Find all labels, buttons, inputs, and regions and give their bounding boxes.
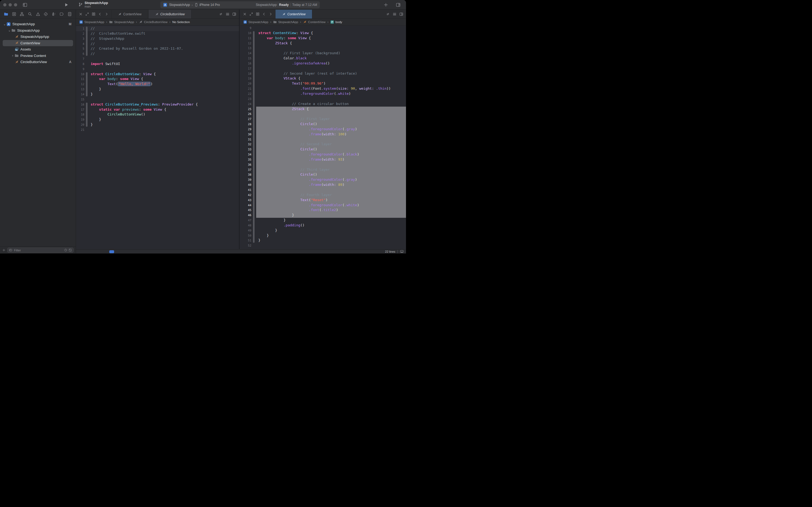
code-line[interactable]: 23 xyxy=(240,97,406,102)
code-line[interactable]: 26 xyxy=(240,111,406,117)
code-text[interactable]: // Fourth layer xyxy=(256,192,406,198)
sidebar-item-stopwatchapp[interactable]: ⌄StopwatchApp xyxy=(3,27,73,34)
plus-minus-icon[interactable] xyxy=(68,248,72,252)
expand-icon[interactable] xyxy=(249,12,253,16)
line-number[interactable]: 41 xyxy=(240,187,251,192)
line-number[interactable]: 25 xyxy=(240,107,251,112)
code-text[interactable]: .frame(width: 100) xyxy=(256,132,406,137)
sidebar-item-contentview[interactable]: ContentView xyxy=(3,40,73,47)
code-line[interactable]: 13 } xyxy=(76,87,239,92)
line-number[interactable]: 9 xyxy=(76,67,84,72)
code-line[interactable]: 10struct ContentView: View { xyxy=(240,31,406,36)
code-text[interactable] xyxy=(256,25,406,31)
code-line[interactable]: 12 Text("Hello, World!") xyxy=(76,81,239,87)
code-text[interactable]: // xyxy=(89,41,239,47)
line-number[interactable]: 7 xyxy=(76,56,84,61)
forward-icon[interactable] xyxy=(269,12,273,16)
code-line[interactable]: 19 } xyxy=(76,117,239,122)
sidebar-item-assets[interactable]: Assets xyxy=(3,46,73,53)
code-line[interactable]: 7 xyxy=(76,56,239,61)
line-number[interactable]: 46 xyxy=(240,213,251,218)
tab-circlebuttonview[interactable]: CircleButtonView xyxy=(148,10,191,18)
line-number[interactable]: 45 xyxy=(240,208,251,213)
code-text[interactable]: // Created by Russell Gordon on 2022-11-… xyxy=(89,46,239,51)
code-text[interactable]: } xyxy=(89,87,239,92)
code-line[interactable]: 9 xyxy=(240,25,406,31)
code-text[interactable]: .foregroundColor(.gray) xyxy=(256,177,406,182)
editor-grid-icon[interactable] xyxy=(92,12,96,16)
line-number[interactable]: 12 xyxy=(76,81,84,87)
code-line[interactable]: 40 .frame(width: 89) xyxy=(240,182,406,187)
breadcrumb-item[interactable]: CircleButtonView xyxy=(144,20,167,23)
line-number[interactable]: 50 xyxy=(240,233,251,238)
clock-icon[interactable] xyxy=(64,248,67,252)
code-line[interactable]: 18 CircleButtonView() xyxy=(76,112,239,117)
add-file-plus-icon[interactable] xyxy=(2,248,6,252)
code-line[interactable]: 3// StopwatchApp xyxy=(76,36,239,41)
code-text[interactable]: Circle() xyxy=(256,122,406,127)
code-text[interactable]: // First layer xyxy=(256,117,406,122)
line-number[interactable]: 15 xyxy=(76,97,84,102)
breadcrumb-item[interactable]: StopwatchApp xyxy=(114,20,134,23)
scheme-project[interactable]: StopwatchApp xyxy=(169,3,190,7)
code-text[interactable]: struct ContentView: View { xyxy=(256,31,406,36)
code-line[interactable]: 38 Circle() xyxy=(240,172,406,177)
line-number[interactable]: 32 xyxy=(240,142,251,147)
line-number[interactable]: 19 xyxy=(240,76,251,81)
code-line[interactable]: 25 ZStack { xyxy=(240,107,406,112)
scheme-selector[interactable]: StopwatchApp › iPhone 14 Pro StopwatchAp… xyxy=(160,1,320,8)
code-line[interactable]: 14} xyxy=(76,92,239,97)
forward-icon[interactable] xyxy=(105,12,109,16)
code-line[interactable]: 20} xyxy=(76,122,239,127)
code-line[interactable]: 4// xyxy=(76,41,239,47)
sidebar-item-stopwatchappapp[interactable]: StopwatchAppApp xyxy=(3,34,73,40)
code-line[interactable]: 5// Created by Russell Gordon on 2022-11… xyxy=(76,46,239,51)
code-text[interactable]: } xyxy=(89,117,239,122)
code-text[interactable]: } xyxy=(256,213,406,218)
line-number[interactable]: 5 xyxy=(76,46,84,51)
code-text[interactable]: Circle() xyxy=(256,172,406,177)
line-number[interactable]: 34 xyxy=(240,152,251,157)
adjust-editor-icon[interactable] xyxy=(226,12,230,16)
code-text[interactable] xyxy=(256,162,406,167)
source-control-summary[interactable]: StopwatchApp main xyxy=(78,1,108,8)
code-line[interactable]: 34 .foregroundColor(.black) xyxy=(240,152,406,157)
code-line[interactable]: 1// xyxy=(76,26,239,31)
code-line[interactable]: 11 var body: some View { xyxy=(240,36,406,41)
code-line[interactable]: 28 Circle() xyxy=(240,122,406,127)
code-text[interactable]: .frame(width: 89) xyxy=(256,182,406,187)
disclosure-right-icon[interactable]: › xyxy=(11,54,14,57)
close-icon[interactable] xyxy=(243,12,247,16)
line-number[interactable]: 44 xyxy=(240,203,251,208)
line-number[interactable]: 10 xyxy=(76,72,84,77)
code-text[interactable]: // StopwatchApp xyxy=(89,36,239,41)
breadcrumb-item[interactable]: No Selection xyxy=(172,20,190,23)
code-line[interactable]: 12 ZStack { xyxy=(240,41,406,46)
code-line[interactable]: 21 .font(Font.system(size: 90, weight: .… xyxy=(240,86,406,91)
code-text[interactable] xyxy=(89,67,239,72)
breadcrumb-item[interactable]: body xyxy=(335,20,342,23)
line-number[interactable]: 30 xyxy=(240,132,251,137)
code-text[interactable]: } xyxy=(256,238,406,243)
line-number[interactable]: 21 xyxy=(76,127,84,132)
code-line[interactable]: 19 VStack { xyxy=(240,76,406,81)
navigator-reports-icon[interactable] xyxy=(67,12,72,16)
line-number[interactable]: 4 xyxy=(76,41,84,47)
code-line[interactable]: 50 } xyxy=(240,233,406,238)
code-line[interactable]: 29 .foregroundColor(.gray) xyxy=(240,127,406,132)
code-text[interactable]: Color.black xyxy=(256,56,406,61)
line-number[interactable]: 27 xyxy=(240,117,251,122)
code-text[interactable]: Text("00:09.96") xyxy=(256,81,406,86)
code-text[interactable]: .foregroundColor(.black) xyxy=(256,152,406,157)
zoom-window-button[interactable] xyxy=(14,3,17,6)
filter-field[interactable] xyxy=(7,247,73,253)
line-number[interactable]: 19 xyxy=(76,117,84,122)
navigator-find-icon[interactable] xyxy=(27,12,32,16)
code-line[interactable]: 17 static var previews: some View { xyxy=(76,107,239,112)
code-line[interactable]: 36 xyxy=(240,162,406,167)
navigator-debug-icon[interactable] xyxy=(52,12,56,16)
left-code-editor[interactable]: 1//2// CircleButtonView.swift3// Stopwat… xyxy=(76,25,239,249)
breadcrumb-item[interactable]: StopwatchApp xyxy=(84,20,104,23)
inspector-toggle-icon[interactable] xyxy=(396,2,401,7)
sidebar-item-stopwatchapp[interactable]: ⌄StopwatchAppM xyxy=(3,21,73,27)
